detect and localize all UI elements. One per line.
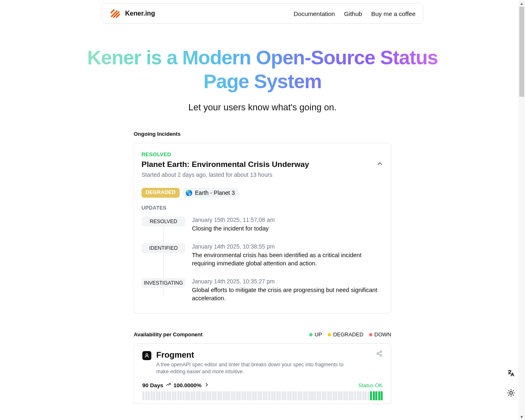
language-button[interactable] [504, 366, 518, 381]
svg-line-17 [509, 395, 509, 395]
component-stats[interactable]: 90 Days 100.0000% [142, 382, 210, 389]
nav-link-documentation[interactable]: Documentation [294, 10, 335, 17]
component-desc: A free openAPI spec editor and linter th… [156, 361, 357, 375]
legend-degraded: DEGRADED [328, 331, 363, 338]
brand-name: Kener.ing [125, 10, 155, 17]
update-message: Closing the incident for today [192, 224, 383, 233]
update-row: INVESTIGATING January 14th 2025, 10:35:2… [142, 276, 383, 302]
chevron-up-icon[interactable] [376, 160, 383, 169]
svg-line-13 [509, 390, 509, 391]
component-name[interactable]: Frogment [156, 350, 357, 360]
uptime-pct: 100.0000% [173, 382, 201, 388]
update-state-badge: IDENTIFIED [142, 243, 185, 253]
incident-title: Planet Earth: Environmental Crisis Under… [142, 160, 309, 169]
nav-brand-group[interactable]: Kener.ing [110, 8, 155, 19]
chevron-right-icon[interactable] [204, 382, 210, 389]
svg-line-9 [379, 352, 381, 354]
theme-button[interactable] [504, 386, 518, 400]
incident-card: RESOLVED Planet Earth: Environmental Cri… [134, 143, 391, 313]
nav-link-github[interactable]: Github [344, 10, 362, 17]
scroll-thumb[interactable] [519, 7, 524, 97]
earth-icon: 🌎 [185, 189, 192, 196]
update-state-badge: INVESTIGATING [142, 278, 185, 288]
hero-subtitle: Let your users know what's going on. [86, 102, 439, 113]
updates-heading: UPDATES [142, 205, 383, 211]
update-date: January 14th 2025, 10:35:27 pm [192, 278, 383, 285]
svg-line-8 [379, 354, 381, 355]
legend-down: DOWN [369, 331, 391, 338]
svg-point-10 [510, 392, 513, 395]
updates-timeline: RESOLVED January 15th 2025, 11:57:08 am … [142, 215, 383, 302]
nav-link-coffee[interactable]: Buy me a coffee [371, 10, 415, 17]
incident-time: Started about 2 days ago, lasted for abo… [142, 171, 383, 178]
availability-heading: Availability per Component [134, 331, 203, 338]
scrollbar[interactable]: ▲ ▼ [518, 0, 525, 420]
update-state-badge: RESOLVED [142, 217, 185, 226]
svg-point-4 [146, 354, 148, 356]
navbar: Kener.ing Documentation Github Buy me a … [102, 3, 423, 24]
svg-line-18 [513, 390, 514, 391]
trend-icon [166, 382, 171, 388]
scroll-up-icon[interactable]: ▲ [518, 0, 525, 7]
range-label: 90 Days [142, 382, 163, 388]
update-row: IDENTIFIED January 14th 2025, 10:38:55 p… [142, 242, 383, 276]
component-card: Frogment A free openAPI spec editor and … [134, 343, 391, 404]
update-message: Global efforts to mitigate the crisis ar… [192, 286, 383, 302]
incident-status: RESOLVED [142, 151, 383, 158]
uptime-bars [142, 391, 383, 400]
update-message: The environmental crisis has been identi… [192, 251, 383, 267]
update-date: January 14th 2025, 10:38:55 pm [192, 243, 383, 250]
legend-up: UP [309, 331, 322, 338]
ongoing-incidents-section: Ongoing Incidents RESOLVED Planet Earth:… [134, 131, 391, 313]
share-icon[interactable] [376, 350, 383, 358]
svg-line-14 [513, 395, 514, 395]
degraded-badge: DEGRADED [142, 188, 180, 198]
planet-label: Earth - Planet 3 [195, 189, 235, 196]
hero-title: Kener is a Modern Open-Source Status Pag… [86, 46, 439, 93]
status-text: Status OK [358, 382, 383, 388]
update-date: January 15th 2025, 11:57:08 am [192, 217, 383, 223]
svg-line-2 [111, 10, 114, 13]
component-icon [142, 351, 151, 360]
scroll-down-icon[interactable]: ▼ [518, 413, 525, 420]
logo-icon [110, 8, 121, 19]
hero: Kener is a Modern Open-Source Status Pag… [86, 46, 439, 113]
planet-chip[interactable]: 🌎 Earth - Planet 3 [183, 188, 239, 198]
legend: UP DEGRADED DOWN [309, 331, 391, 338]
update-row: RESOLVED January 15th 2025, 11:57:08 am … [142, 215, 383, 242]
availability-section: Availability per Component UP DEGRADED D… [134, 331, 391, 404]
nav-links: Documentation Github Buy me a coffee [294, 10, 415, 17]
incident-tags: DEGRADED 🌎 Earth - Planet 3 [142, 188, 383, 198]
ongoing-heading: Ongoing Incidents [134, 131, 391, 137]
